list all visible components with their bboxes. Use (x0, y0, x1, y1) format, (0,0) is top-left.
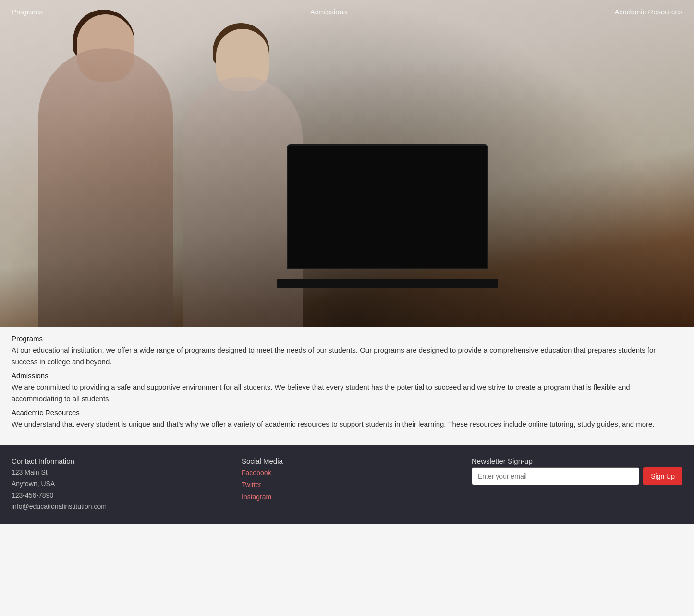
newsletter-signup-button[interactable]: Sign Up (643, 467, 682, 485)
contact-phone: 123-456-7890 (12, 490, 222, 502)
nav-academic-resources[interactable]: Academic Resources (614, 8, 682, 16)
person-silhouette-right (183, 77, 303, 327)
resources-title: Academic Resources (12, 408, 682, 417)
contact-title: Contact Information (12, 457, 222, 465)
person-silhouette-left (38, 48, 173, 327)
admissions-text: We are committed to providing a safe and… (12, 382, 682, 405)
hero-section: Programs Admissions Academic Resources (0, 0, 694, 327)
laptop-screen (287, 144, 488, 269)
social-facebook[interactable]: Facebook (242, 467, 452, 479)
contact-email: info@educationalinstitution.com (12, 501, 222, 513)
laptop-base (277, 279, 498, 288)
main-nav: Programs Admissions Academic Resources (0, 0, 694, 24)
resources-text: We understand that every student is uniq… (12, 419, 682, 430)
newsletter-email-input[interactable] (472, 467, 639, 485)
nav-programs[interactable]: Programs (12, 8, 43, 16)
social-instagram[interactable]: Instagram (242, 491, 452, 503)
newsletter-form: Sign Up (472, 467, 682, 485)
resources-section: Academic Resources We understand that ev… (12, 408, 682, 430)
footer-newsletter: Newsletter Sign-up Sign Up (472, 457, 682, 513)
admissions-section: Admissions We are committed to providing… (12, 371, 682, 405)
footer-social: Social Media Facebook Twitter Instagram (242, 457, 452, 513)
nav-admissions[interactable]: Admissions (310, 8, 347, 16)
social-title: Social Media (242, 457, 452, 465)
footer-contact: Contact Information 123 Main St Anytown,… (12, 457, 222, 513)
programs-text: At our educational institution, we offer… (12, 345, 682, 368)
social-twitter[interactable]: Twitter (242, 479, 452, 491)
programs-section: Programs At our educational institution,… (12, 334, 682, 368)
programs-title: Programs (12, 334, 682, 343)
contact-address-line1: 123 Main St (12, 467, 222, 479)
main-content: Programs At our educational institution,… (0, 327, 694, 445)
admissions-title: Admissions (12, 371, 682, 380)
contact-address-line2: Anytown, USA (12, 479, 222, 490)
page-footer: Contact Information 123 Main St Anytown,… (0, 445, 694, 524)
newsletter-title: Newsletter Sign-up (472, 457, 682, 465)
laptop-prop (287, 144, 488, 288)
